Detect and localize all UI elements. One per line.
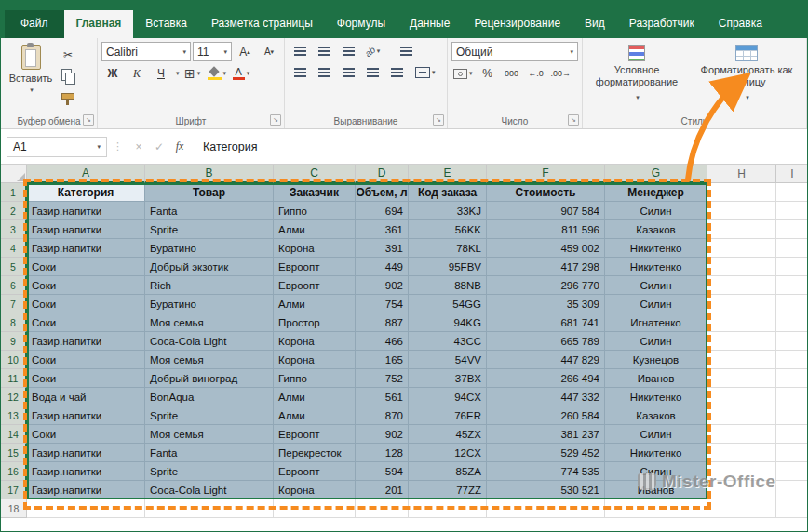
tab-data[interactable]: Данные	[397, 10, 462, 38]
cell-E16[interactable]: 85ZA	[409, 462, 487, 481]
cell-E18[interactable]	[409, 499, 487, 518]
cell-D1[interactable]: Объем, л	[356, 183, 409, 202]
select-all-corner[interactable]	[1, 165, 27, 183]
align-middle-button[interactable]	[313, 42, 335, 60]
column-header-G[interactable]: G	[605, 165, 707, 183]
copy-button[interactable]	[57, 67, 79, 86]
cell-G5[interactable]: Никитенко	[605, 258, 707, 276]
cell-E17[interactable]: 77ZZ	[409, 481, 487, 499]
underline-button[interactable]: Ч	[150, 64, 172, 83]
format-painter-button[interactable]	[57, 88, 79, 107]
cell-G10[interactable]: Кузнецов	[605, 351, 707, 369]
cell-I1[interactable]	[776, 183, 807, 202]
paste-button[interactable]: Вставить ▾	[5, 42, 57, 113]
cell-D18[interactable]	[356, 499, 409, 518]
cell-G13[interactable]: Казаков	[605, 406, 707, 425]
cell-C9[interactable]: Корона	[274, 332, 356, 351]
cell-B18[interactable]	[145, 499, 274, 518]
cell-A12[interactable]: Вода и чай	[27, 388, 145, 406]
font-name-select[interactable]: Calibri ▾	[101, 42, 191, 61]
accounting-format-button[interactable]: ▾	[451, 64, 475, 83]
cell-H6[interactable]	[707, 276, 776, 295]
row-header-9[interactable]: 9	[1, 332, 27, 351]
cell-E14[interactable]: 45ZX	[409, 425, 487, 444]
cell-F1[interactable]: Стоимость	[487, 183, 605, 202]
column-header-H[interactable]: H	[707, 165, 776, 183]
align-top-button[interactable]	[289, 42, 311, 60]
cell-F6[interactable]: 296 770	[487, 276, 605, 295]
row-header-12[interactable]: 12	[1, 388, 27, 406]
cell-F11[interactable]: 266 494	[487, 369, 605, 388]
cell-A18[interactable]	[27, 499, 145, 518]
tab-page-layout[interactable]: Разметка страницы	[199, 10, 325, 38]
cell-D10[interactable]: 165	[356, 351, 409, 369]
row-header-2[interactable]: 2	[1, 202, 27, 220]
cell-H10[interactable]	[707, 351, 776, 369]
cell-C18[interactable]	[274, 499, 356, 518]
cell-B15[interactable]: Fanta	[145, 444, 274, 462]
cell-I5[interactable]	[776, 258, 807, 276]
cell-H1[interactable]	[707, 183, 776, 202]
cell-E11[interactable]: 37BX	[409, 369, 487, 388]
cell-A2[interactable]: Газир.напитки	[27, 202, 145, 220]
cell-B4[interactable]: Буратино	[145, 239, 274, 258]
fill-color-button[interactable]: ▾	[206, 64, 229, 83]
enter-icon[interactable]: ✓	[149, 140, 169, 153]
cell-F4[interactable]: 459 002	[487, 239, 605, 258]
cell-D2[interactable]: 694	[356, 202, 409, 220]
cell-G14[interactable]: Силин	[605, 425, 707, 444]
row-header-18[interactable]: 18	[1, 499, 27, 518]
cell-E6[interactable]: 88NB	[409, 276, 487, 295]
cell-G8[interactable]: Игнатенко	[605, 313, 707, 332]
cell-E12[interactable]: 94CX	[409, 388, 487, 406]
cell-D5[interactable]: 449	[356, 258, 409, 276]
cell-A16[interactable]: Газир.напитки	[27, 462, 145, 481]
cell-B10[interactable]: Моя семья	[145, 351, 274, 369]
chevron-down-icon[interactable]: ▾	[176, 70, 180, 77]
cell-G7[interactable]: Силин	[605, 295, 707, 313]
cell-B13[interactable]: Sprite	[145, 406, 274, 425]
row-header-11[interactable]: 11	[1, 369, 27, 388]
cell-E4[interactable]: 78KL	[409, 239, 487, 258]
cell-C13[interactable]: Алми	[274, 406, 356, 425]
tab-home[interactable]: Главная	[64, 10, 134, 38]
decrease-decimal-button[interactable]: .00→	[549, 64, 573, 83]
row-header-15[interactable]: 15	[1, 444, 27, 462]
cell-B3[interactable]: Sprite	[145, 220, 274, 239]
cell-D12[interactable]: 561	[356, 388, 409, 406]
align-right-button[interactable]	[337, 63, 359, 82]
row-header-14[interactable]: 14	[1, 425, 27, 444]
column-header-E[interactable]: E	[409, 165, 487, 183]
bold-button[interactable]: Ж	[101, 64, 124, 83]
cell-A15[interactable]: Газир.напитки	[27, 444, 145, 462]
cell-D11[interactable]: 752	[356, 369, 409, 388]
alignment-dialog-launcher-icon[interactable]: ↘	[433, 114, 444, 126]
cell-D14[interactable]: 902	[356, 425, 409, 444]
cell-H8[interactable]	[707, 313, 776, 332]
cell-I2[interactable]	[776, 202, 807, 220]
cell-A1[interactable]: Категория	[27, 183, 145, 202]
conditional-formatting-button[interactable]: Условное форматирование ▾	[586, 42, 687, 113]
shrink-font-button[interactable]: А▾	[258, 43, 280, 61]
font-size-select[interactable]: 11 ▾	[193, 42, 232, 61]
cell-G12[interactable]: Никитенко	[605, 388, 707, 406]
cell-A4[interactable]: Газир.напитки	[27, 239, 145, 258]
cell-D9[interactable]: 466	[356, 332, 409, 351]
cell-C6[interactable]: Евроопт	[274, 276, 356, 295]
cell-B6[interactable]: Rich	[145, 276, 274, 295]
align-center-button[interactable]	[313, 63, 335, 82]
cell-F17[interactable]: 530 521	[487, 481, 605, 499]
cell-D4[interactable]: 391	[356, 239, 409, 258]
cell-A5[interactable]: Соки	[27, 258, 145, 276]
cell-B16[interactable]: Sprite	[145, 462, 274, 481]
cell-G15[interactable]: Никитенко	[605, 444, 707, 462]
cell-I9[interactable]	[776, 332, 807, 351]
orientation-button[interactable]: ab▾	[361, 42, 384, 60]
cell-I8[interactable]	[776, 313, 807, 332]
tab-review[interactable]: Рецензирование	[462, 10, 572, 38]
cell-F14[interactable]: 381 237	[487, 425, 605, 444]
cell-G3[interactable]: Казаков	[605, 220, 707, 239]
cell-B17[interactable]: Coca-Cola Light	[145, 481, 274, 499]
percent-style-button[interactable]: %	[477, 64, 499, 83]
cell-C12[interactable]: Алми	[274, 388, 356, 406]
